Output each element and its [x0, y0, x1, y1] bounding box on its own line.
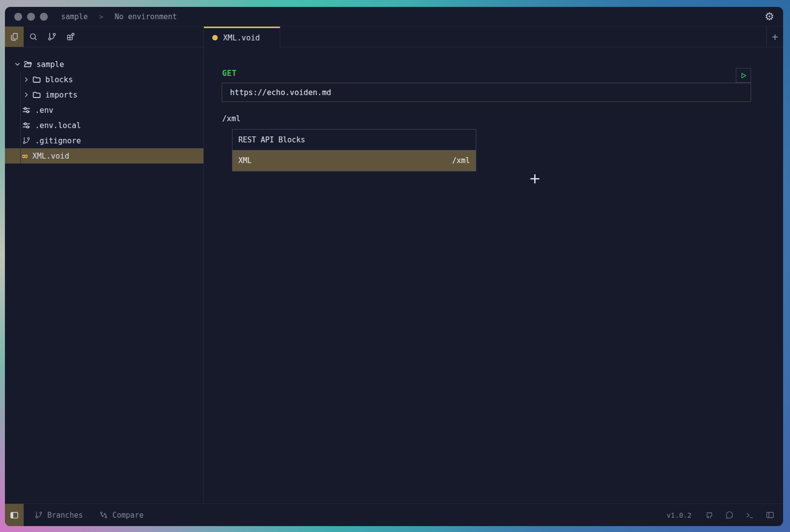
blocks-dropdown: REST API Blocks XML /xml	[232, 129, 476, 171]
unsaved-dot-icon	[212, 35, 218, 40]
http-method-label[interactable]: GET	[222, 69, 237, 78]
git-compare-icon	[99, 511, 108, 519]
project-name[interactable]: sample	[61, 12, 88, 21]
infinity-icon: ∞	[22, 152, 28, 161]
app-version: v1.0.2	[666, 511, 691, 519]
dropdown-header: REST API Blocks	[232, 130, 476, 150]
app-window: sample > No environment ⚙	[5, 7, 783, 526]
tree-item-blocks[interactable]: blocks	[5, 72, 203, 87]
sliders-icon	[22, 121, 31, 130]
play-icon	[739, 71, 748, 80]
endpoint-path-text: /xml	[222, 114, 240, 123]
app-body: sample blocks	[5, 27, 783, 503]
url-input[interactable]: https://echo.voiden.md	[222, 83, 751, 102]
dropdown-item-name: XML	[238, 156, 252, 165]
tree-item-label: .gitignore	[35, 136, 81, 145]
dropdown-item-xml[interactable]: XML /xml	[232, 150, 476, 171]
send-request-button[interactable]	[736, 68, 751, 83]
github-button[interactable]	[704, 510, 714, 520]
compare-button[interactable]: Compare	[99, 511, 143, 520]
tree-item-label: imports	[45, 91, 77, 100]
status-left-group: Branches Compare	[34, 511, 143, 520]
crosshair-cursor	[528, 172, 541, 185]
compare-label: Compare	[112, 511, 143, 520]
tree-item-sample[interactable]: sample	[5, 57, 203, 72]
file-tree: sample blocks	[5, 47, 203, 164]
tab-bar: XML.void +	[204, 27, 783, 47]
folder-icon	[33, 75, 41, 84]
git-branch-icon	[47, 32, 57, 41]
main-area: XML.void + GET https://echo.voiden.md /x…	[204, 27, 783, 503]
search-icon	[29, 32, 38, 41]
branches-label: Branches	[47, 511, 83, 520]
status-bar: Branches Compare v1.0.2	[5, 503, 783, 526]
tree-item-xml-void[interactable]: ∞ XML.void	[5, 148, 203, 164]
folder-icon	[33, 91, 41, 99]
breadcrumb: sample > No environment	[61, 12, 177, 21]
editor-content: GET https://echo.voiden.md /xml REST API…	[204, 47, 783, 503]
terminal-button[interactable]	[745, 511, 754, 520]
dropdown-item-path: /xml	[452, 156, 470, 165]
git-branch-icon	[22, 136, 31, 145]
window-controls	[5, 13, 48, 21]
branches-button[interactable]: Branches	[34, 511, 83, 520]
url-value: https://echo.voiden.md	[230, 88, 331, 97]
blocks-view-button[interactable]	[61, 27, 80, 47]
blocks-icon	[66, 32, 75, 41]
activity-bar	[5, 27, 203, 47]
git-view-button[interactable]	[42, 27, 61, 47]
folder-open-icon	[24, 60, 32, 68]
tree-item-gitignore[interactable]: .gitignore	[5, 133, 203, 148]
toggle-sidebar-button[interactable]	[5, 504, 24, 526]
tree-item-imports[interactable]: imports	[5, 87, 203, 102]
search-view-button[interactable]	[24, 27, 42, 47]
new-tab-button[interactable]: +	[766, 27, 783, 47]
tree-item-label: XML.void	[33, 152, 69, 161]
indent-guide	[20, 72, 21, 164]
git-branch-icon	[34, 511, 43, 519]
chevron-down-icon	[14, 61, 21, 67]
maximize-window-button[interactable]	[40, 13, 48, 21]
titlebar: sample > No environment ⚙	[5, 7, 783, 27]
tree-item-env-local[interactable]: .env.local	[5, 118, 203, 133]
tree-item-label: sample	[36, 60, 64, 69]
sidebar: sample blocks	[5, 27, 204, 503]
right-panel-button[interactable]	[765, 510, 775, 520]
tree-item-label: blocks	[45, 75, 73, 84]
chevron-right-icon	[23, 76, 30, 83]
settings-button[interactable]: ⚙	[764, 10, 774, 23]
gear-icon: ⚙	[764, 10, 774, 23]
chat-button[interactable]	[725, 511, 734, 520]
environment-selector[interactable]: No environment	[115, 12, 177, 21]
tab-xml-void[interactable]: XML.void	[204, 27, 280, 47]
chevron-right-icon: >	[99, 13, 103, 21]
sliders-icon	[22, 106, 31, 114]
chevron-right-icon	[23, 92, 30, 98]
tree-item-env[interactable]: .env	[5, 102, 203, 118]
tab-label: XML.void	[223, 33, 260, 42]
tree-item-label: .env.local	[35, 121, 81, 130]
tree-item-label: .env	[35, 106, 53, 115]
explorer-view-button[interactable]	[5, 27, 24, 47]
close-window-button[interactable]	[14, 13, 22, 21]
minimize-window-button[interactable]	[27, 13, 35, 21]
files-icon	[9, 32, 19, 42]
panel-left-icon	[9, 510, 19, 520]
status-right-group: v1.0.2	[666, 510, 775, 520]
